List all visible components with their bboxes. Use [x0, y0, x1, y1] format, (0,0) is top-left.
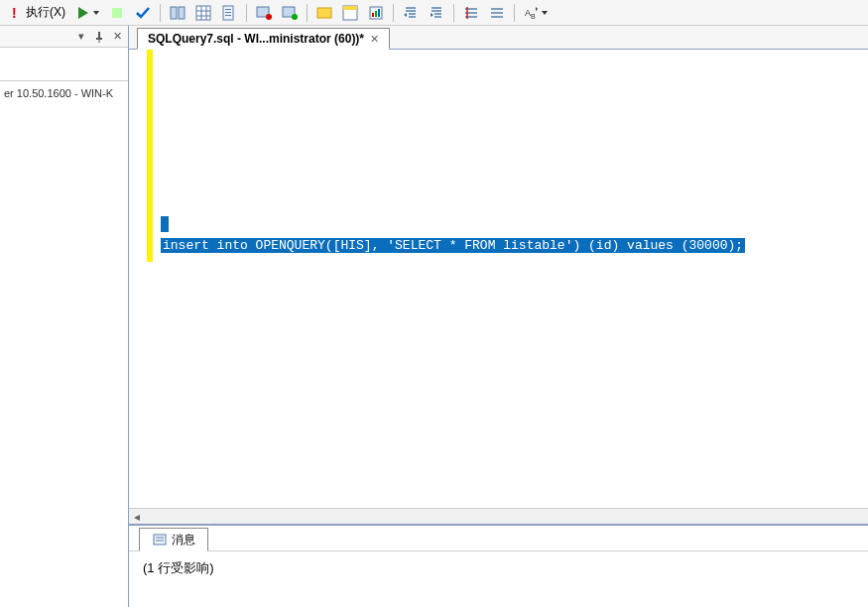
comment-button[interactable] — [252, 2, 276, 24]
main-area: ▾ ✕ er 10.50.1600 - WIN-K SQLQuery7.sql … — [0, 26, 868, 607]
stats-icon — [368, 5, 384, 21]
sql-editor[interactable]: insert into OPENQUERY([HIS], 'SELECT * F… — [155, 50, 868, 508]
results-text-button[interactable] — [166, 2, 189, 24]
svg-rect-13 — [225, 15, 231, 16]
decrease-indent-button[interactable] — [399, 2, 423, 24]
svg-rect-45 — [98, 32, 100, 39]
svg-rect-5 — [196, 6, 210, 20]
horizontal-scrollbar[interactable]: ◂ — [129, 508, 868, 524]
separator — [514, 4, 515, 22]
svg-rect-22 — [372, 13, 374, 17]
svg-rect-12 — [225, 12, 231, 13]
uncomment-lines-button[interactable] — [485, 2, 509, 24]
separator — [246, 4, 247, 22]
svg-rect-4 — [179, 7, 185, 19]
messages-tabstrip: 消息 — [129, 526, 868, 551]
sql-line: insert into OPENQUERY([HIS], 'SELECT * F… — [161, 238, 745, 253]
messages-body[interactable]: (1 行受影响) — [129, 551, 868, 607]
comment-lines-icon — [463, 5, 479, 21]
object-explorer-panel: ▾ ✕ er 10.50.1600 - WIN-K — [0, 26, 129, 607]
uncomment-lines-icon — [489, 5, 505, 21]
outdent-icon — [403, 5, 419, 21]
svg-point-15 — [266, 14, 272, 20]
dropdown-arrow-icon — [93, 11, 99, 15]
svg-point-17 — [292, 14, 298, 20]
comment-lines-button[interactable] — [459, 2, 483, 24]
messages-pane: 消息 (1 行受影响) — [129, 524, 868, 607]
debug-button[interactable] — [71, 2, 103, 24]
play-icon — [75, 5, 91, 21]
message-icon — [152, 532, 168, 547]
svg-rect-18 — [317, 8, 331, 18]
server-node[interactable]: er 10.50.1600 - WIN-K — [0, 81, 128, 607]
show-plan-button[interactable] — [338, 2, 362, 24]
execute-label: 执行(X) — [26, 4, 65, 21]
editor-gutter — [129, 50, 155, 508]
svg-marker-44 — [536, 7, 538, 11]
editor-wrap: insert into OPENQUERY([HIS], 'SELECT * F… — [129, 50, 868, 508]
plan-grid-icon — [342, 5, 358, 21]
selection-caret — [161, 216, 169, 232]
main-toolbar: ! 执行(X) — [0, 0, 868, 26]
panel-menu-button[interactable]: ▾ — [74, 30, 88, 44]
messages-tab[interactable]: 消息 — [139, 528, 208, 551]
execute-button[interactable]: ! 执行(X) — [4, 2, 69, 24]
svg-rect-46 — [96, 38, 102, 40]
svg-rect-20 — [343, 6, 357, 10]
pin-button[interactable] — [92, 30, 106, 44]
intellisense-icon: AB — [524, 5, 540, 21]
editor-container: SQLQuery7.sql - WI...ministrator (60))* … — [129, 26, 868, 607]
uncomment-icon — [282, 5, 298, 21]
document-tabstrip: SQLQuery7.sql - WI...ministrator (60))* … — [129, 26, 868, 50]
sqlcmd-icon — [316, 5, 332, 21]
svg-rect-48 — [154, 535, 166, 545]
sqlcmd-button[interactable] — [312, 2, 336, 24]
stop-button[interactable] — [105, 2, 129, 24]
increase-indent-button[interactable] — [425, 2, 448, 24]
svg-text:!: ! — [12, 5, 17, 21]
close-panel-button[interactable]: ✕ — [110, 30, 124, 44]
svg-rect-47 — [99, 40, 100, 43]
svg-rect-23 — [375, 11, 377, 17]
svg-rect-3 — [171, 7, 177, 19]
selected-text: insert into OPENQUERY([HIS], 'SELECT * F… — [161, 216, 745, 253]
svg-marker-29 — [404, 13, 407, 17]
messages-tab-label: 消息 — [172, 532, 195, 548]
results-text-icon — [170, 5, 186, 21]
svg-rect-2 — [112, 8, 122, 18]
panel-toolbar-area — [0, 48, 128, 81]
separator — [307, 4, 308, 22]
indent-icon — [429, 5, 444, 21]
panel-header: ▾ ✕ — [0, 26, 128, 48]
separator — [160, 4, 161, 22]
comment-icon — [256, 5, 272, 21]
document-tab[interactable]: SQLQuery7.sql - WI...ministrator (60))* … — [137, 28, 390, 50]
parse-button[interactable] — [131, 2, 155, 24]
exclamation-icon: ! — [8, 5, 24, 21]
uncomment-button[interactable] — [278, 2, 302, 24]
scroll-left-button[interactable]: ◂ — [129, 510, 145, 524]
tab-title: SQLQuery7.sql - WI...ministrator (60))* — [148, 32, 364, 46]
svg-text:B: B — [531, 13, 536, 20]
check-icon — [135, 5, 151, 21]
dropdown-arrow-icon — [542, 11, 548, 15]
separator — [393, 4, 394, 22]
client-stats-button[interactable] — [364, 2, 388, 24]
separator — [453, 4, 454, 22]
results-grid-button[interactable] — [191, 2, 215, 24]
stop-icon — [109, 5, 125, 21]
results-file-button[interactable] — [217, 2, 241, 24]
results-file-icon — [221, 5, 237, 21]
svg-marker-1 — [78, 7, 88, 19]
svg-rect-11 — [225, 9, 231, 10]
change-indicator — [147, 50, 153, 262]
intellisense-button[interactable]: AB — [520, 2, 552, 24]
results-grid-icon — [195, 5, 211, 21]
svg-rect-24 — [378, 9, 380, 17]
svg-marker-34 — [431, 13, 434, 17]
tab-close-button[interactable]: ✕ — [370, 33, 379, 46]
